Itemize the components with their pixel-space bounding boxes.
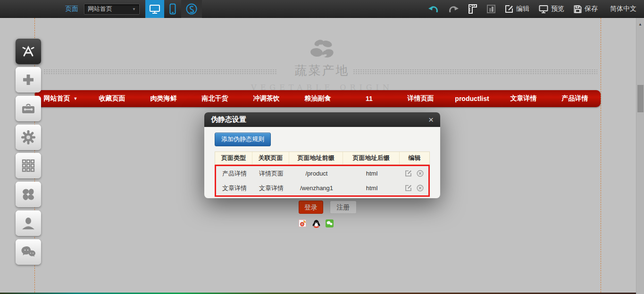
chat-bubbles-icon	[21, 246, 36, 258]
cell-url-prefix: /wenzhang1	[290, 185, 343, 192]
close-icon[interactable]: ×	[428, 115, 434, 124]
save-button[interactable]: 保存	[574, 5, 598, 13]
language-switcher[interactable]: 简体中文	[610, 5, 636, 13]
app-store-icon	[21, 44, 36, 59]
cell-url-prefix: /product	[290, 170, 343, 177]
register-button[interactable]: 注册	[330, 201, 357, 214]
sidebar-item-settings[interactable]	[16, 125, 41, 150]
delete-rule-icon[interactable]	[417, 185, 424, 192]
preview-label: 预览	[551, 5, 564, 13]
edit-label: 编辑	[516, 5, 529, 13]
save-label: 保存	[585, 5, 598, 13]
sidebar-item-wechat[interactable]	[16, 239, 41, 265]
header-url-prefix: 页面地址前缀	[289, 152, 343, 164]
table-row: 文章详情 文章详情 /wenzhang1 html	[216, 181, 428, 195]
sidebar-item-app-market[interactable]	[16, 39, 41, 64]
weibo-icon[interactable]	[299, 219, 306, 227]
cell-page-type: 产品详情	[216, 169, 253, 178]
nav-item-detail-page[interactable]: 详情页面	[395, 94, 446, 103]
header-linked-page: 关联页面	[252, 152, 289, 164]
nav-item-dry-goods[interactable]: 南北干货	[189, 94, 241, 103]
cell-url-suffix: html	[343, 185, 400, 192]
header-actions: 编辑	[399, 152, 429, 164]
rules-table-header: 页面类型 关联页面 页面地址前缀 页面地址后缀 编辑	[215, 151, 430, 165]
sidebar-item-add-module[interactable]	[16, 67, 41, 92]
scroll-up-arrow-icon[interactable]: ▲	[636, 22, 644, 26]
stats-button[interactable]	[487, 5, 495, 13]
site-logo: 蔬菜产地 VEGETABLE ORIGIN	[0, 38, 644, 92]
rules-table: 页面类型 关联页面 页面地址前缀 页面地址后缀 编辑 产品详情 详情页面 /pr…	[215, 151, 430, 197]
sidebar-item-plugins[interactable]	[16, 182, 41, 207]
gear-icon	[21, 130, 36, 145]
vegetable-logo-icon	[0, 38, 644, 61]
cell-page-type: 文章详情	[216, 184, 253, 193]
edit-pencil-icon	[505, 5, 513, 13]
bar-chart-icon	[487, 5, 495, 13]
mobile-view-button[interactable]	[164, 0, 181, 18]
nav-item-home[interactable]: 网站首页▼	[35, 94, 86, 103]
nav-item-tea-drinks[interactable]: 冲调茶饮	[241, 94, 292, 103]
desktop-view-button[interactable]	[145, 0, 164, 18]
rules-table-body-highlighted: 产品详情 详情页面 /product html 文章详情 文章详情 /wenzh…	[215, 165, 430, 197]
undo-button[interactable]	[428, 5, 439, 13]
nav-item-grain-oil[interactable]: 粮油副食	[292, 94, 343, 103]
clover-icon	[21, 187, 35, 202]
layout-guide-right	[601, 18, 601, 293]
smartphone-icon	[169, 3, 176, 15]
dialog-title: 伪静态设置	[211, 115, 246, 124]
header-url-suffix: 页面地址后缀	[343, 152, 399, 164]
edit-rule-icon[interactable]	[405, 185, 412, 192]
edit-button[interactable]: 编辑	[505, 5, 529, 13]
delete-rule-icon[interactable]	[417, 170, 424, 177]
save-floppy-icon	[574, 5, 582, 13]
nav-item-favorites[interactable]: 收藏页面	[86, 94, 138, 103]
cell-url-suffix: html	[343, 170, 400, 177]
add-rule-button[interactable]: 添加伪静态规则	[215, 133, 271, 146]
sidebar-item-member[interactable]	[16, 210, 41, 236]
header-page-type: 页面类型	[215, 154, 252, 162]
wechat-icon[interactable]	[326, 219, 334, 227]
chevron-down-icon: ▼	[74, 96, 78, 101]
top-toolbar: 页面 网站首页 ▼	[0, 0, 644, 18]
nav-item-meat-seafood[interactable]: 肉类海鲜	[138, 94, 189, 103]
s-curve-circle-icon	[185, 3, 198, 15]
ruler-icon	[468, 4, 477, 14]
chevron-down-icon: ▼	[132, 7, 136, 11]
sound-settings-button[interactable]	[181, 0, 202, 18]
redo-button[interactable]	[448, 5, 459, 13]
nav-item-11[interactable]: 11	[343, 95, 395, 102]
page-select-dropdown[interactable]: 网站首页 ▼	[84, 4, 140, 15]
sidebar-item-modules-grid[interactable]	[16, 153, 41, 178]
ruler-button[interactable]	[468, 4, 477, 14]
nav-item-productlist[interactable]: productlist	[446, 95, 498, 102]
grid-icon	[21, 159, 35, 173]
monitor-icon	[149, 4, 160, 14]
nav-item-product-detail[interactable]: 产品详情	[549, 94, 601, 103]
pseudo-static-settings-dialog: 伪静态设置 × 添加伪静态规则 页面类型 关联页面 页面地址前缀 页面地址后缀 …	[204, 112, 440, 198]
person-icon	[21, 216, 35, 230]
plus-icon	[21, 73, 35, 87]
cell-linked-page: 详情页面	[253, 169, 290, 178]
scrollbar-thumb[interactable]	[637, 85, 644, 112]
main-navbar: 网站首页▼ 收藏页面 肉类海鲜 南北干货 冲调茶饮 粮油副食 11 详情页面 p…	[35, 90, 601, 107]
dialog-header[interactable]: 伪静态设置 ×	[204, 112, 440, 127]
qq-icon[interactable]	[312, 219, 321, 228]
table-row: 产品详情 详情页面 /product html	[216, 166, 428, 181]
redo-arrow-icon	[448, 5, 459, 13]
site-title: 蔬菜产地	[0, 62, 644, 79]
page-select-value: 网站首页	[88, 5, 112, 13]
undo-arrow-icon	[428, 5, 439, 13]
preview-button[interactable]: 预览	[539, 5, 564, 13]
vertical-scrollbar[interactable]: ▲	[636, 18, 644, 294]
sidebar-item-toolbox[interactable]	[16, 96, 41, 121]
edit-rule-icon[interactable]	[405, 170, 412, 177]
preview-monitor-icon	[539, 5, 548, 13]
login-button[interactable]: 登录	[299, 201, 323, 214]
nav-item-article-detail[interactable]: 文章详情	[498, 94, 549, 103]
cell-linked-page: 文章详情	[253, 184, 290, 193]
page-label: 页面	[65, 5, 78, 13]
toolbox-icon	[21, 102, 36, 115]
